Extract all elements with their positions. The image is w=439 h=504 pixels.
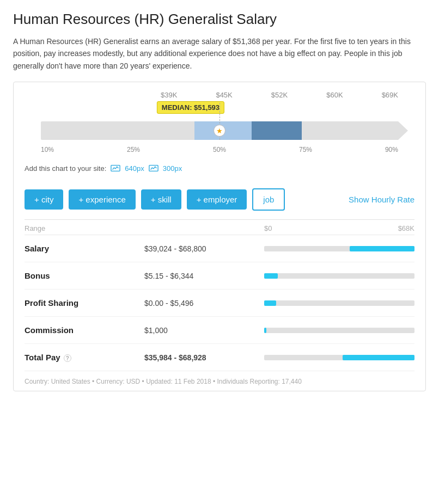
add-chart-row: Add this chart to your site: 640px 300px <box>25 158 414 181</box>
page-description: A Human Resources (HR) Generalist earns … <box>13 35 426 72</box>
row-bar-total-pay <box>264 353 414 362</box>
skill-filter-btn[interactable]: + skill <box>141 189 181 210</box>
row-label-bonus: Bonus <box>25 271 144 280</box>
col-label-range: Range <box>25 224 144 232</box>
label-69k: $69K <box>382 91 398 99</box>
row-label-commission: Commission <box>25 325 144 335</box>
bar-bottom-labels: 10% 25% 50% 75% 90% <box>25 143 414 158</box>
pct-50: 50% <box>213 146 226 153</box>
row-bar-commission <box>264 326 414 335</box>
col-dollar-end: $68K <box>398 224 414 232</box>
data-table: Range $0 $68K Salary $39,024 - $68,800 B… <box>25 219 414 371</box>
pct-90: 90% <box>385 146 398 153</box>
job-filter-btn[interactable]: job <box>252 188 285 211</box>
label-39k: $39K <box>161 91 177 99</box>
footer-note: Country: United States • Currency: USD •… <box>25 371 414 391</box>
table-row-total-pay: Total Pay ? $35,984 - $68,928 <box>25 344 414 371</box>
row-bar-salary <box>264 244 414 253</box>
add-chart-label: Add this chart to your site: <box>25 164 106 173</box>
row-label-total-pay: Total Pay ? <box>25 353 144 362</box>
median-star-icon: ★ <box>214 125 225 137</box>
row-bar-bonus <box>264 272 414 280</box>
bar-top-labels: $39K $45K $52K $60K $69K <box>41 91 414 99</box>
filter-row: + city + experience + skill + employer j… <box>25 181 414 217</box>
row-label-salary: Salary <box>25 244 144 253</box>
pct-75: 75% <box>299 146 312 153</box>
row-label-profit-sharing: Profit Sharing <box>25 298 144 308</box>
pct-25: 25% <box>127 146 140 153</box>
row-range-profit-sharing: $0.00 - $5,496 <box>144 299 264 308</box>
row-range-bonus: $5.15 - $6,344 <box>144 272 264 280</box>
label-60k: $60K <box>326 91 343 99</box>
table-row-profit-sharing: Profit Sharing $0.00 - $5,496 <box>25 290 414 317</box>
page-title: Human Resources (HR) Generalist Salary <box>13 11 426 28</box>
city-filter-btn[interactable]: + city <box>25 189 63 210</box>
salary-bar-track: ★ <box>41 121 398 140</box>
salary-chart-container: $39K $45K $52K $60K $69K MEDIAN: $51,593… <box>13 82 426 391</box>
table-header: Range $0 $68K <box>25 220 414 235</box>
table-row-salary: Salary $39,024 - $68,800 <box>25 235 414 262</box>
employer-filter-btn[interactable]: + employer <box>187 189 247 210</box>
table-row-commission: Commission $1,000 <box>25 317 414 344</box>
table-row-bonus: Bonus $5.15 - $6,344 <box>25 262 414 290</box>
chart-640-icon <box>111 163 120 173</box>
chart-300-link[interactable]: 300px <box>163 164 182 173</box>
row-range-salary: $39,024 - $68,800 <box>144 244 264 253</box>
median-label: MEDIAN: $51,593 <box>157 101 224 114</box>
total-pay-help-icon[interactable]: ? <box>64 354 71 362</box>
row-bar-profit-sharing <box>264 299 414 308</box>
show-hourly-link[interactable]: Show Hourly Rate <box>349 195 414 204</box>
row-range-commission: $1,000 <box>144 326 264 335</box>
col-dollar-start: $0 <box>264 224 272 232</box>
chart-300-icon <box>149 163 158 173</box>
label-52k: $52K <box>271 91 288 99</box>
label-45k: $45K <box>216 91 232 99</box>
experience-filter-btn[interactable]: + experience <box>69 189 135 210</box>
pct-10: 10% <box>41 146 54 153</box>
row-range-total-pay: $35,984 - $68,928 <box>144 353 264 362</box>
chart-640-link[interactable]: 640px <box>125 164 144 173</box>
